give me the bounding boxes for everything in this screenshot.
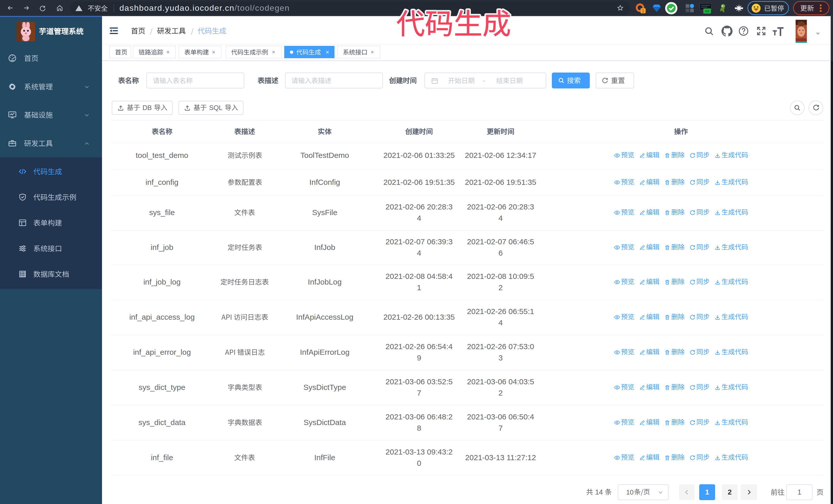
svg-text:on: on xyxy=(705,9,709,13)
svg-text:1: 1 xyxy=(642,9,644,13)
